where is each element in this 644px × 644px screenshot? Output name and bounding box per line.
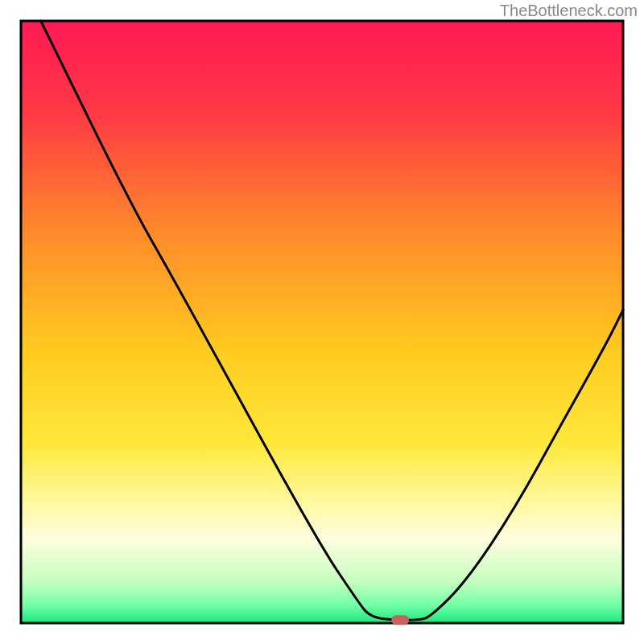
- watermark-label: TheBottleneck.com: [500, 2, 638, 20]
- chart-canvas: [0, 0, 644, 644]
- plot-area: [21, 21, 623, 625]
- optimum-marker: [391, 615, 409, 625]
- plot-background: [21, 21, 623, 623]
